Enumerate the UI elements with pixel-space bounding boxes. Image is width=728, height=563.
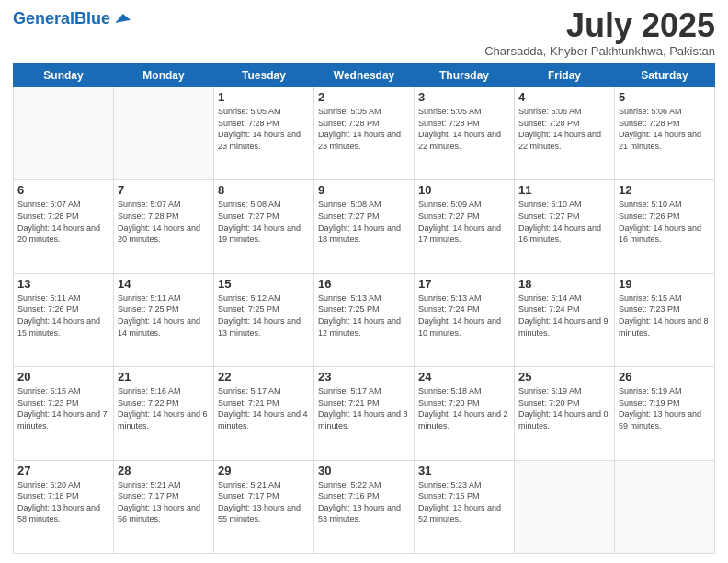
day-info: Sunrise: 5:16 AMSunset: 7:22 PMDaylight:… — [118, 385, 210, 431]
day-number: 19 — [619, 277, 711, 291]
day-number: 22 — [218, 370, 310, 384]
day-info: Sunrise: 5:23 AMSunset: 7:15 PMDaylight:… — [418, 479, 510, 525]
calendar-day-header: Saturday — [615, 64, 715, 87]
calendar-cell: 17Sunrise: 5:13 AMSunset: 7:24 PMDayligh… — [415, 273, 515, 366]
day-info: Sunrise: 5:17 AMSunset: 7:21 PMDaylight:… — [218, 385, 310, 431]
day-info: Sunrise: 5:11 AMSunset: 7:25 PMDaylight:… — [118, 293, 210, 339]
calendar-cell: 28Sunrise: 5:21 AMSunset: 7:17 PMDayligh… — [114, 460, 214, 553]
svg-marker-0 — [115, 14, 131, 23]
calendar-cell: 18Sunrise: 5:14 AMSunset: 7:24 PMDayligh… — [515, 273, 615, 366]
calendar-table: SundayMondayTuesdayWednesdayThursdayFrid… — [13, 63, 715, 554]
day-number: 25 — [518, 370, 610, 384]
calendar-header-row: SundayMondayTuesdayWednesdayThursdayFrid… — [14, 64, 715, 87]
day-info: Sunrise: 5:08 AMSunset: 7:27 PMDaylight:… — [218, 199, 310, 245]
calendar-cell: 23Sunrise: 5:17 AMSunset: 7:21 PMDayligh… — [314, 367, 415, 460]
header: GeneralBlue July 2025 Charsadda, Khyber … — [13, 9, 715, 58]
day-info: Sunrise: 5:06 AMSunset: 7:28 PMDaylight:… — [619, 106, 711, 152]
day-number: 8 — [218, 183, 310, 197]
calendar-cell: 1Sunrise: 5:05 AMSunset: 7:28 PMDaylight… — [214, 87, 314, 180]
calendar-day-header: Friday — [515, 64, 615, 87]
title-block: July 2025 Charsadda, Khyber Pakhtunkhwa,… — [484, 9, 715, 58]
calendar-cell — [615, 460, 715, 553]
calendar-cell: 25Sunrise: 5:19 AMSunset: 7:20 PMDayligh… — [515, 367, 615, 460]
calendar-cell: 21Sunrise: 5:16 AMSunset: 7:22 PMDayligh… — [114, 367, 214, 460]
calendar-week-row: 27Sunrise: 5:20 AMSunset: 7:18 PMDayligh… — [14, 460, 715, 553]
calendar-cell: 26Sunrise: 5:19 AMSunset: 7:19 PMDayligh… — [615, 367, 715, 460]
day-info: Sunrise: 5:18 AMSunset: 7:20 PMDaylight:… — [418, 385, 510, 431]
calendar-cell: 15Sunrise: 5:12 AMSunset: 7:25 PMDayligh… — [214, 273, 314, 366]
day-info: Sunrise: 5:15 AMSunset: 7:23 PMDaylight:… — [17, 385, 109, 431]
day-info: Sunrise: 5:05 AMSunset: 7:28 PMDaylight:… — [418, 106, 510, 152]
day-info: Sunrise: 5:11 AMSunset: 7:26 PMDaylight:… — [17, 293, 109, 339]
calendar-cell: 8Sunrise: 5:08 AMSunset: 7:27 PMDaylight… — [214, 180, 314, 273]
calendar-cell: 27Sunrise: 5:20 AMSunset: 7:18 PMDayligh… — [14, 460, 114, 553]
day-number: 18 — [518, 277, 610, 291]
calendar-cell: 14Sunrise: 5:11 AMSunset: 7:25 PMDayligh… — [114, 273, 214, 366]
day-number: 9 — [318, 183, 410, 197]
day-info: Sunrise: 5:13 AMSunset: 7:25 PMDaylight:… — [318, 293, 410, 339]
day-info: Sunrise: 5:19 AMSunset: 7:19 PMDaylight:… — [619, 385, 711, 431]
calendar-cell: 29Sunrise: 5:21 AMSunset: 7:17 PMDayligh… — [214, 460, 314, 553]
calendar-cell — [515, 460, 615, 553]
day-number: 4 — [518, 90, 610, 104]
day-number: 31 — [418, 464, 510, 477]
day-number: 30 — [318, 464, 410, 477]
calendar-day-header: Thursday — [415, 64, 515, 87]
day-info: Sunrise: 5:08 AMSunset: 7:27 PMDaylight:… — [318, 199, 410, 245]
calendar-cell: 20Sunrise: 5:15 AMSunset: 7:23 PMDayligh… — [14, 367, 114, 460]
day-info: Sunrise: 5:07 AMSunset: 7:28 PMDaylight:… — [118, 199, 210, 245]
calendar-cell — [114, 87, 214, 180]
calendar-cell: 22Sunrise: 5:17 AMSunset: 7:21 PMDayligh… — [214, 367, 314, 460]
calendar-week-row: 6Sunrise: 5:07 AMSunset: 7:28 PMDaylight… — [14, 180, 715, 273]
logo-icon — [112, 9, 131, 28]
day-number: 7 — [118, 183, 210, 197]
day-info: Sunrise: 5:21 AMSunset: 7:17 PMDaylight:… — [218, 479, 310, 525]
day-info: Sunrise: 5:10 AMSunset: 7:27 PMDaylight:… — [518, 199, 610, 245]
calendar-cell: 10Sunrise: 5:09 AMSunset: 7:27 PMDayligh… — [415, 180, 515, 273]
day-number: 26 — [619, 370, 711, 384]
subtitle: Charsadda, Khyber Pakhtunkhwa, Pakistan — [484, 44, 715, 58]
calendar-cell: 7Sunrise: 5:07 AMSunset: 7:28 PMDaylight… — [114, 180, 214, 273]
day-number: 3 — [418, 90, 510, 104]
day-number: 2 — [318, 90, 410, 104]
day-number: 27 — [17, 464, 109, 477]
day-info: Sunrise: 5:14 AMSunset: 7:24 PMDaylight:… — [518, 293, 610, 339]
day-info: Sunrise: 5:05 AMSunset: 7:28 PMDaylight:… — [218, 106, 310, 152]
calendar-cell: 5Sunrise: 5:06 AMSunset: 7:28 PMDaylight… — [615, 87, 715, 180]
day-number: 21 — [118, 370, 210, 384]
day-number: 10 — [418, 183, 510, 197]
logo: GeneralBlue — [13, 9, 131, 28]
calendar-cell: 30Sunrise: 5:22 AMSunset: 7:16 PMDayligh… — [314, 460, 415, 553]
day-number: 16 — [318, 277, 410, 291]
month-title: July 2025 — [484, 9, 715, 42]
day-number: 20 — [17, 370, 109, 384]
calendar-cell: 24Sunrise: 5:18 AMSunset: 7:20 PMDayligh… — [415, 367, 515, 460]
day-number: 11 — [518, 183, 610, 197]
day-number: 12 — [619, 183, 711, 197]
day-number: 24 — [418, 370, 510, 384]
day-info: Sunrise: 5:12 AMSunset: 7:25 PMDaylight:… — [218, 293, 310, 339]
logo-text: GeneralBlue — [13, 10, 110, 27]
day-number: 1 — [218, 90, 310, 104]
calendar-cell: 19Sunrise: 5:15 AMSunset: 7:23 PMDayligh… — [615, 273, 715, 366]
day-number: 14 — [118, 277, 210, 291]
calendar-day-header: Monday — [114, 64, 214, 87]
calendar-cell: 9Sunrise: 5:08 AMSunset: 7:27 PMDaylight… — [314, 180, 415, 273]
calendar-cell: 11Sunrise: 5:10 AMSunset: 7:27 PMDayligh… — [515, 180, 615, 273]
day-info: Sunrise: 5:06 AMSunset: 7:28 PMDaylight:… — [518, 106, 610, 152]
day-info: Sunrise: 5:21 AMSunset: 7:17 PMDaylight:… — [118, 479, 210, 525]
day-info: Sunrise: 5:20 AMSunset: 7:18 PMDaylight:… — [17, 479, 109, 525]
calendar-cell: 31Sunrise: 5:23 AMSunset: 7:15 PMDayligh… — [415, 460, 515, 553]
day-info: Sunrise: 5:05 AMSunset: 7:28 PMDaylight:… — [318, 106, 410, 152]
day-number: 17 — [418, 277, 510, 291]
calendar-week-row: 20Sunrise: 5:15 AMSunset: 7:23 PMDayligh… — [14, 367, 715, 460]
calendar-cell: 4Sunrise: 5:06 AMSunset: 7:28 PMDaylight… — [515, 87, 615, 180]
day-info: Sunrise: 5:10 AMSunset: 7:26 PMDaylight:… — [619, 199, 711, 245]
calendar-cell: 6Sunrise: 5:07 AMSunset: 7:28 PMDaylight… — [14, 180, 114, 273]
day-number: 13 — [17, 277, 109, 291]
day-info: Sunrise: 5:17 AMSunset: 7:21 PMDaylight:… — [318, 385, 410, 431]
calendar-cell: 3Sunrise: 5:05 AMSunset: 7:28 PMDaylight… — [415, 87, 515, 180]
day-number: 28 — [118, 464, 210, 477]
day-number: 29 — [218, 464, 310, 477]
day-info: Sunrise: 5:15 AMSunset: 7:23 PMDaylight:… — [619, 293, 711, 339]
